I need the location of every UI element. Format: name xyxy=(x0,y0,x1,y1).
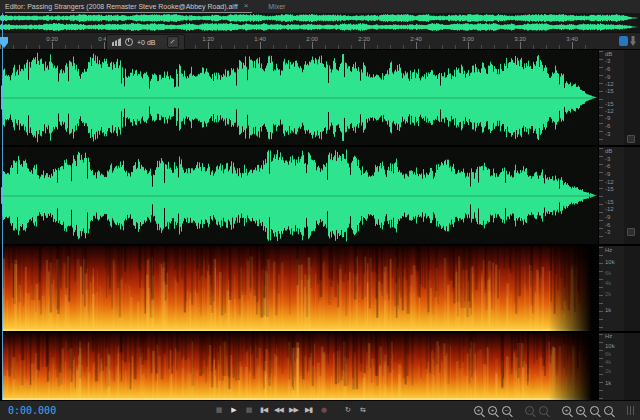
levels-icon xyxy=(112,38,121,46)
zoom-out-full-button[interactable]: · xyxy=(539,406,548,415)
freq-label: 2k xyxy=(605,291,611,297)
loop-playback-button[interactable]: ↻ xyxy=(343,406,352,415)
zoom-toolbar: ++−−·++·· xyxy=(474,406,634,415)
right-handle-column xyxy=(624,50,640,400)
zoom-in-horizontal-button[interactable]: + xyxy=(474,406,483,415)
freq-ruler-right[interactable]: Hz10k6k4k2k1k xyxy=(598,333,624,400)
db-label: -15 xyxy=(605,199,614,205)
tab-mixer[interactable]: Mixer xyxy=(268,0,285,13)
db-label: -9 xyxy=(605,171,610,177)
db-label: -6 xyxy=(605,123,610,129)
db-label: -6 xyxy=(605,163,610,169)
db-label: dB xyxy=(605,51,612,57)
freq-label: 6k xyxy=(605,351,611,357)
db-label: -3 xyxy=(605,58,610,64)
db-ticks xyxy=(599,148,603,243)
snap-icon[interactable] xyxy=(619,36,628,46)
db-ticks xyxy=(599,51,603,144)
waveform-canvas-left[interactable] xyxy=(0,50,598,145)
stop-button[interactable]: ■ xyxy=(214,406,223,415)
channel-divider xyxy=(0,145,640,147)
ruler-options-icon[interactable] xyxy=(630,36,636,46)
db-label: -3 xyxy=(605,156,610,162)
hud-overlay[interactable]: +0 dB xyxy=(106,34,185,50)
skip-selection-button[interactable]: ⇆ xyxy=(358,406,367,415)
play-button[interactable]: ▶ xyxy=(229,406,238,415)
fast-forward-button[interactable]: ▶▶ xyxy=(289,406,298,415)
zoom-in-vertical-button[interactable]: + xyxy=(488,406,497,415)
freq-label: 4k xyxy=(605,280,611,286)
zoom-reset-time-button[interactable]: · xyxy=(604,406,613,415)
channel-divider xyxy=(0,331,640,333)
zoom-in-at-in-point-button[interactable]: + xyxy=(562,406,571,415)
time-label: 2:00 xyxy=(306,36,318,42)
zoom-out-vertical-button[interactable]: − xyxy=(525,406,534,415)
gain-knob-icon[interactable] xyxy=(125,38,133,46)
freq-ticks xyxy=(599,334,603,399)
ruler-ticks xyxy=(0,33,598,49)
db-label: -15 xyxy=(605,101,614,107)
waveform-spectrogram-splitter[interactable] xyxy=(0,244,640,246)
time-label: 2:40 xyxy=(410,36,422,42)
overview-waveform[interactable] xyxy=(0,13,640,32)
db-label: -12 xyxy=(605,108,614,114)
zoom-out-horizontal-button[interactable]: − xyxy=(502,406,511,415)
time-label: 1:40 xyxy=(254,36,266,42)
db-label: -12 xyxy=(605,81,614,87)
db-label: -3 xyxy=(605,229,610,235)
skip-to-end-button[interactable]: ▶▮ xyxy=(304,406,313,415)
time-display[interactable]: 0:00.000 xyxy=(8,405,56,416)
scale-grab-handle[interactable] xyxy=(627,135,635,143)
db-label: -6 xyxy=(605,222,610,228)
editor-tab-label: Editor: Passing Strangers (2008 Remaster… xyxy=(5,3,238,10)
pause-button[interactable]: ▮▮ xyxy=(244,406,253,415)
db-label: -12 xyxy=(605,179,614,185)
freq-label: 6k xyxy=(605,270,611,276)
time-label: 3:40 xyxy=(566,36,578,42)
transport-controls: ■▶▮▮▮◀◀◀▶▶▶▮●↻⇆ xyxy=(214,406,367,415)
db-label: -9 xyxy=(605,115,610,121)
db-ruler-right[interactable]: dB-3-6-9-12-15-15-12-9-6-3 xyxy=(598,147,624,244)
db-label: -9 xyxy=(605,214,610,220)
meters-button[interactable] xyxy=(627,406,634,415)
zoom-in-at-out-point-button[interactable]: + xyxy=(576,406,585,415)
db-label: -15 xyxy=(605,186,614,192)
skip-to-start-button[interactable]: ▮◀ xyxy=(259,406,268,415)
freq-label: 10k xyxy=(605,343,615,349)
spectrogram-canvas-right[interactable] xyxy=(0,333,598,400)
record-button[interactable]: ● xyxy=(319,406,328,415)
db-label: dB xyxy=(605,148,612,154)
db-label: -6 xyxy=(605,66,610,72)
freq-ticks xyxy=(599,247,603,330)
status-bar: 0:00.000 ■▶▮▮▮◀◀◀▶▶▶▮●↻⇆ ++−−·++·· xyxy=(0,400,640,420)
time-label: 3:20 xyxy=(514,36,526,42)
hud-edit-icon[interactable] xyxy=(167,36,179,48)
timeline-ruler[interactable]: 0:200:401:001:201:402:002:202:403:003:20… xyxy=(0,32,640,50)
time-label: 0:20 xyxy=(46,36,58,42)
waveform-canvas-right[interactable] xyxy=(0,147,598,244)
db-ruler-left[interactable]: dB-3-6-9-12-15-15-12-9-6-3 xyxy=(598,50,624,145)
freq-label: Hz xyxy=(605,333,612,339)
scale-grab-handle[interactable] xyxy=(627,228,635,236)
time-label: 2:20 xyxy=(358,36,370,42)
gain-value[interactable]: +0 dB xyxy=(137,39,156,46)
spectrogram-canvas-left[interactable] xyxy=(0,246,598,331)
panel-tabbar: Editor: Passing Strangers (2008 Remaster… xyxy=(0,0,640,13)
rewind-button[interactable]: ◀◀ xyxy=(274,406,283,415)
audition-window: Editor: Passing Strangers (2008 Remaster… xyxy=(0,0,640,420)
freq-label: 1k xyxy=(605,307,611,313)
time-label: 1:20 xyxy=(202,36,214,42)
freq-label: 1k xyxy=(605,380,611,386)
zoom-to-selection-button[interactable]: · xyxy=(590,406,599,415)
time-label: 3:00 xyxy=(462,36,474,42)
freq-label: 2k xyxy=(605,368,611,374)
freq-label: 10k xyxy=(605,259,615,265)
close-icon[interactable]: × xyxy=(244,2,249,10)
mixer-tab-label: Mixer xyxy=(268,3,285,10)
playhead-line[interactable] xyxy=(2,13,3,400)
freq-label: Hz xyxy=(605,247,612,253)
db-label: -15 xyxy=(605,88,614,94)
db-label: -12 xyxy=(605,206,614,212)
freq-ruler-left[interactable]: Hz10k6k4k2k1k xyxy=(598,246,624,331)
tab-editor[interactable]: Editor: Passing Strangers (2008 Remaster… xyxy=(5,0,252,13)
